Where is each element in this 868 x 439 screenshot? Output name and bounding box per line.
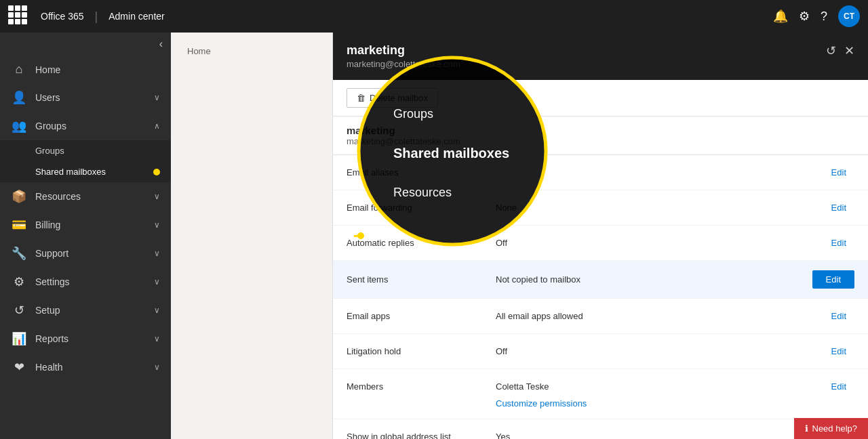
sidebar-item-users[interactable]: 👤 Users ∨	[0, 83, 171, 112]
sidebar-item-users-label: Users	[35, 92, 146, 103]
table-row: Sent items Not copied to mailbox Edit	[333, 261, 868, 299]
edit-sent-items-button[interactable]: Edit	[812, 270, 854, 289]
row-value-email-apps: All email apps allowed	[496, 311, 823, 321]
sidebar-subitem-groups[interactable]: Groups	[0, 140, 171, 161]
avatar[interactable]: CT	[838, 5, 860, 27]
popup-resources-item[interactable]: Resources	[366, 173, 540, 212]
chevron-down-icon: ∨	[154, 362, 160, 372]
chevron-up-icon: ∧	[154, 121, 160, 131]
table-row: Show in global address list Yes Edit	[333, 419, 868, 439]
settings-icon[interactable]: ⚙	[799, 9, 810, 24]
chevron-down-icon: ∨	[154, 93, 160, 102]
row-label-automatic-replies: Automatic replies	[347, 238, 496, 248]
resources-icon: 📦	[11, 189, 27, 204]
sidebar-item-home[interactable]: ⌂ Home	[0, 56, 171, 83]
row-value-members: Coletta Teske	[496, 381, 823, 392]
row-value-automatic-replies: Off	[496, 238, 823, 248]
refresh-icon[interactable]: ↺	[826, 43, 836, 58]
active-indicator-dot	[153, 169, 160, 175]
row-label-sent-items: Sent items	[347, 274, 496, 285]
help-icon[interactable]: ?	[821, 9, 827, 24]
table-row: Automatic replies Off Edit	[333, 226, 868, 261]
row-value-sent-items: Not copied to mailbox	[496, 274, 812, 285]
chevron-down-icon: ∨	[154, 277, 160, 287]
support-icon: 🔧	[11, 246, 27, 261]
sidebar: ‹ ⌂ Home 👤 Users ∨ 👥 Groups ∧ Groups Sha…	[0, 33, 171, 439]
edit-litigation-hold-button[interactable]: Edit	[823, 343, 854, 359]
table-row: Email apps All email apps allowed Edit	[333, 299, 868, 334]
sidebar-item-setup[interactable]: ↺ Setup ∨	[0, 296, 171, 325]
edit-email-aliases-button[interactable]: Edit	[823, 165, 854, 180]
sidebar-item-health[interactable]: ❤ Health ∨	[0, 353, 171, 381]
sidebar-item-billing-label: Billing	[35, 220, 146, 230]
detail-header: marketing marketing@colettateske.com ↺ ✕	[333, 33, 868, 80]
admin-title: Admin center	[108, 11, 164, 22]
sidebar-collapse: ‹	[0, 33, 171, 56]
customize-permissions-link[interactable]: Customize permissions	[496, 398, 587, 409]
chevron-down-icon: ∨	[154, 192, 160, 201]
sidebar-item-groups-label: Groups	[35, 121, 146, 131]
sidebar-subitem-shared-mailboxes[interactable]: Shared mailboxes	[0, 161, 171, 182]
sidebar-item-settings-label: Settings	[35, 276, 146, 287]
row-value-litigation-hold: Off	[496, 346, 823, 356]
detail-email: marketing@colettateske.com	[347, 59, 460, 69]
row-label-email-apps: Email apps	[347, 311, 496, 321]
row-label-global-address: Show in global address list	[347, 432, 496, 439]
sidebar-groups-subitems: Groups Shared mailboxes	[0, 140, 171, 182]
content-area: Home Groups Shared mailboxes Resources	[171, 33, 868, 439]
chevron-down-icon: ∨	[154, 220, 160, 230]
sidebar-item-resources[interactable]: 📦 Resources ∨	[0, 182, 171, 211]
sidebar-item-settings[interactable]: ⚙ Settings ∨	[0, 268, 171, 296]
help-circle-icon: ℹ	[805, 423, 808, 434]
home-icon: ⌂	[11, 62, 27, 77]
table-row: Litigation hold Off Edit	[333, 334, 868, 369]
sidebar-item-billing[interactable]: 💳 Billing ∨	[0, 211, 171, 239]
sidebar-item-reports-label: Reports	[35, 333, 146, 344]
sidebar-item-support-label: Support	[35, 248, 146, 259]
sidebar-item-resources-label: Resources	[35, 191, 146, 202]
billing-icon: 💳	[11, 217, 27, 232]
row-value-email-forwarding: None	[496, 203, 823, 213]
need-help-button[interactable]: ℹ Need help?	[794, 418, 869, 439]
row-label-litigation-hold: Litigation hold	[347, 346, 496, 356]
notification-icon[interactable]: 🔔	[773, 9, 788, 24]
sidebar-subitem-groups-label: Groups	[35, 146, 64, 156]
close-icon[interactable]: ✕	[844, 43, 854, 58]
waffle-menu[interactable]	[8, 5, 30, 27]
chevron-down-icon: ∨	[154, 306, 160, 315]
health-icon: ❤	[11, 360, 27, 375]
reports-icon: 📊	[11, 331, 27, 346]
sidebar-item-groups[interactable]: 👥 Groups ∧	[0, 112, 171, 140]
users-icon: 👤	[11, 90, 27, 105]
popup-groups-item[interactable]: Groups	[366, 95, 540, 133]
collapse-button[interactable]: ‹	[159, 38, 163, 50]
sidebar-item-setup-label: Setup	[35, 305, 146, 316]
table-row: Members Coletta Teske Edit Customize per…	[333, 369, 868, 419]
sidebar-item-health-label: Health	[35, 362, 146, 373]
detail-title: marketing	[347, 43, 460, 58]
trash-icon: 🗑	[357, 93, 366, 103]
popup-shared-mailboxes-item[interactable]: Shared mailboxes	[366, 133, 540, 173]
edit-email-apps-button[interactable]: Edit	[823, 308, 854, 324]
topbar-divider: |	[95, 9, 98, 24]
sidebar-subitem-shared-mailboxes-label: Shared mailboxes	[35, 167, 106, 177]
sidebar-item-home-label: Home	[35, 64, 160, 75]
edit-members-button[interactable]: Edit	[823, 379, 854, 394]
settings-icon: ⚙	[11, 274, 27, 289]
edit-automatic-replies-button[interactable]: Edit	[823, 235, 854, 251]
row-label-members: Members	[347, 381, 496, 392]
main-layout: ‹ ⌂ Home 👤 Users ∨ 👥 Groups ∧ Groups Sha…	[0, 33, 868, 439]
need-help-label: Need help?	[812, 423, 858, 434]
topbar: Office 365 | Admin center 🔔 ⚙ ? CT	[0, 0, 868, 33]
topbar-icons: 🔔 ⚙ ? CT	[773, 5, 860, 27]
app-title: Office 365	[41, 11, 84, 22]
sidebar-item-reports[interactable]: 📊 Reports ∨	[0, 325, 171, 353]
chevron-down-icon: ∨	[154, 334, 160, 343]
chevron-down-icon: ∨	[154, 249, 160, 258]
setup-icon: ↺	[11, 303, 27, 318]
edit-email-forwarding-button[interactable]: Edit	[823, 200, 854, 215]
groups-icon: 👥	[11, 119, 27, 133]
row-value-global-address: Yes	[496, 432, 823, 439]
detail-header-icons: ↺ ✕	[826, 43, 854, 58]
sidebar-item-support[interactable]: 🔧 Support ∨	[0, 239, 171, 268]
